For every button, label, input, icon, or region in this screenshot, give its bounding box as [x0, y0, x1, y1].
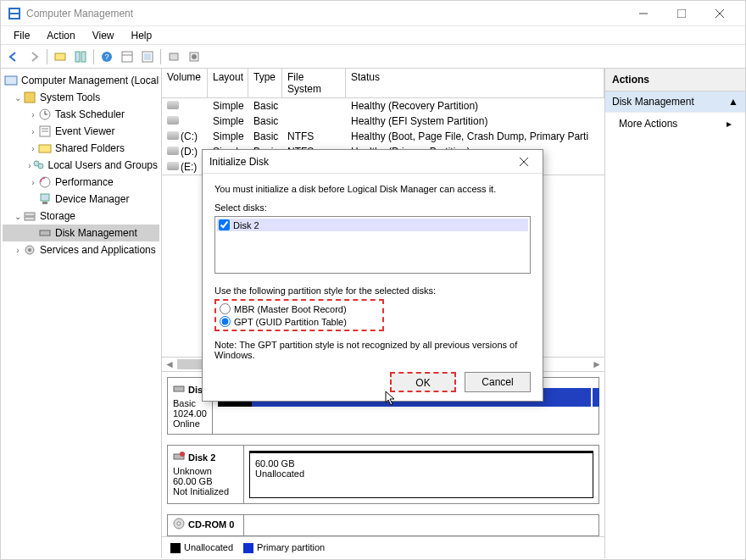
dialog-note: Note: The GPT partition style is not rec…: [214, 340, 531, 360]
svg-rect-15: [144, 53, 151, 60]
actions-pane: Actions Disk Management ▲ More Actions ▸: [605, 69, 745, 558]
cdrom-title: CD-ROM 0: [173, 518, 238, 531]
disk2-partition[interactable]: 60.00 GB Unallocated: [249, 451, 593, 498]
disk2-title: Disk 2: [173, 451, 238, 464]
collapse-icon: ▲: [728, 96, 738, 108]
col-layout[interactable]: Layout: [208, 69, 248, 97]
svg-rect-7: [55, 53, 65, 60]
help-icon[interactable]: ?: [97, 47, 116, 66]
actions-header: Actions: [605, 69, 745, 91]
disk-icon: [173, 383, 185, 396]
svg-rect-8: [75, 52, 80, 62]
initialize-disk-dialog: Initialize Disk You must initialize a di…: [202, 149, 543, 402]
toolbar-btn-4[interactable]: [138, 47, 157, 66]
toolbar: ?: [1, 45, 745, 69]
legend: Unallocated Primary partition: [162, 536, 604, 558]
svg-rect-31: [41, 194, 49, 201]
col-status[interactable]: Status: [346, 69, 604, 97]
radio-mbr[interactable]: MBR (Master Boot Record): [220, 302, 379, 315]
tree-system-tools[interactable]: ⌄ System Tools: [3, 89, 159, 106]
tree-services[interactable]: ›Services and Applications: [3, 241, 159, 258]
tree-performance[interactable]: ›Performance: [3, 174, 159, 191]
scroll-left-icon[interactable]: ◄: [162, 358, 177, 370]
svg-rect-32: [42, 202, 47, 204]
maximize-button[interactable]: [662, 2, 700, 25]
svg-rect-19: [5, 76, 17, 85]
tree-event-viewer[interactable]: ›Event Viewer: [3, 123, 159, 140]
svg-rect-2: [10, 14, 19, 18]
menu-file[interactable]: File: [5, 28, 38, 43]
forward-icon[interactable]: [25, 47, 43, 66]
svg-rect-9: [81, 52, 86, 62]
close-button[interactable]: [700, 2, 738, 25]
svg-point-30: [40, 177, 50, 187]
nav-tree: Computer Management (Local ⌄ System Tool…: [1, 69, 162, 558]
svg-point-37: [28, 248, 31, 252]
menu-action[interactable]: Action: [38, 28, 83, 43]
scroll-right-icon[interactable]: ►: [589, 358, 604, 370]
partition-style-options: MBR (Master Boot Record) GPT (GUID Parti…: [214, 299, 384, 331]
svg-rect-27: [39, 145, 51, 152]
chevron-right-icon: ▸: [727, 118, 732, 130]
tree-shared-folders[interactable]: ›Shared Folders: [3, 140, 159, 157]
tree-root[interactable]: Computer Management (Local: [3, 72, 159, 89]
svg-rect-16: [170, 53, 178, 60]
ok-button[interactable]: OK: [390, 372, 456, 392]
partition-style-label: Use the following partition style for th…: [214, 286, 531, 296]
menu-bar: File Action View Help: [1, 26, 745, 45]
tree-local-users[interactable]: ›Local Users and Groups: [3, 157, 159, 174]
actions-section[interactable]: Disk Management ▲: [605, 91, 745, 113]
volume-row[interactable]: SimpleBasicHealthy (EFI System Partition…: [162, 114, 604, 129]
volume-table-header: Volume Layout Type File System Status: [162, 69, 604, 98]
col-filesystem[interactable]: File System: [282, 69, 346, 97]
radio-gpt-input[interactable]: [220, 316, 231, 327]
svg-point-29: [38, 164, 43, 169]
dialog-message: You must initialize a disk before Logica…: [214, 184, 531, 194]
tree-device-manager[interactable]: Device Manager: [3, 191, 159, 208]
dialog-close-button[interactable]: [512, 152, 536, 172]
cancel-button[interactable]: Cancel: [465, 372, 531, 392]
svg-rect-35: [40, 230, 50, 236]
toolbar-btn-1[interactable]: [51, 47, 70, 66]
svg-rect-33: [25, 213, 35, 216]
menu-view[interactable]: View: [84, 28, 123, 43]
toolbar-btn-5[interactable]: [164, 47, 183, 66]
tree-root-label: Computer Management (Local: [21, 75, 159, 86]
disk-unknown-icon: [173, 451, 185, 464]
tree-task-scheduler[interactable]: ›Task Scheduler: [3, 106, 159, 123]
svg-point-40: [180, 452, 185, 457]
window-title: Computer Management: [26, 8, 624, 19]
volume-row[interactable]: (C:)SimpleBasicNTFSHealthy (Boot, Page F…: [162, 129, 604, 144]
toolbar-btn-6[interactable]: [185, 47, 203, 66]
radio-gpt[interactable]: GPT (GUID Partition Table): [220, 315, 379, 328]
svg-text:?: ?: [104, 53, 109, 61]
svg-rect-12: [122, 52, 132, 62]
volume-row[interactable]: SimpleBasicHealthy (Recovery Partition): [162, 98, 604, 114]
radio-mbr-input[interactable]: [220, 303, 231, 314]
svg-point-42: [177, 522, 181, 525]
cdrom-panel: CD-ROM 0: [167, 514, 599, 536]
actions-more[interactable]: More Actions ▸: [605, 113, 745, 135]
svg-point-18: [192, 54, 197, 59]
tree-disk-management[interactable]: Disk Management: [3, 225, 159, 241]
svg-rect-20: [25, 92, 35, 103]
toolbar-btn-2[interactable]: [71, 47, 90, 66]
app-icon: [8, 7, 21, 20]
disk-checkbox[interactable]: [219, 219, 230, 230]
select-disks-label: Select disks:: [214, 202, 531, 213]
window-titlebar: Computer Management: [1, 1, 745, 26]
minimize-button[interactable]: [624, 2, 662, 25]
disk2-panel: Disk 2 Unknown 60.00 GB Not Initialized …: [167, 445, 599, 504]
toolbar-btn-3[interactable]: [118, 47, 136, 66]
svg-rect-1: [10, 9, 19, 13]
menu-help[interactable]: Help: [123, 28, 161, 43]
back-icon[interactable]: [4, 47, 23, 66]
svg-rect-4: [677, 9, 686, 18]
dialog-title: Initialize Disk: [209, 156, 512, 168]
svg-rect-38: [174, 386, 184, 391]
col-type[interactable]: Type: [248, 69, 282, 97]
col-volume[interactable]: Volume: [162, 69, 208, 97]
disk-select-list[interactable]: Disk 2: [214, 216, 531, 274]
disk-select-item[interactable]: Disk 2: [217, 219, 528, 231]
tree-storage[interactable]: ⌄Storage: [3, 208, 159, 225]
